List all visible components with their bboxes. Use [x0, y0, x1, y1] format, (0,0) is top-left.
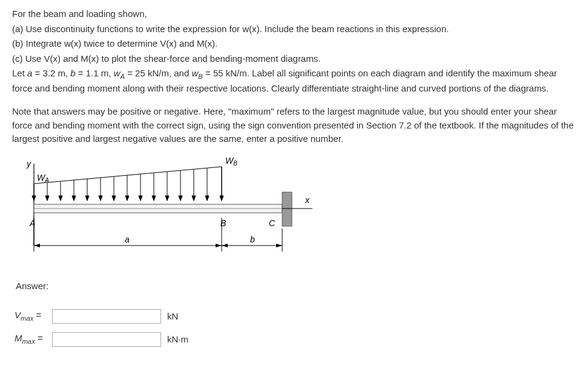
- mmax-label: Mmax =: [15, 332, 52, 347]
- point-A: A: [29, 218, 35, 228]
- vmax-label: Vmax =: [15, 309, 52, 324]
- note: Note that answers may be positive or neg…: [12, 105, 576, 146]
- svg-marker-26: [179, 196, 182, 201]
- problem-statement: For the beam and loading shown, (a) Use …: [12, 7, 576, 146]
- vmax-input[interactable]: [52, 309, 161, 324]
- svg-marker-24: [165, 196, 169, 201]
- point-B: B: [220, 218, 226, 228]
- beam-diagram: y WB WA: [16, 155, 576, 268]
- answer-heading: Answer:: [16, 279, 576, 293]
- svg-marker-39: [34, 244, 40, 247]
- part-c: (c) Use V(x) and M(x) to plot the shear-…: [12, 52, 576, 66]
- mmax-unit: kN·m: [167, 333, 188, 347]
- part-b: (b) Integrate w(x) twice to determine V(…: [12, 37, 576, 51]
- svg-marker-10: [72, 196, 76, 201]
- x-axis-label: x: [305, 195, 310, 205]
- wB-label: WB: [225, 156, 237, 167]
- part-a: (a) Use discontinuity functions to write…: [12, 22, 576, 36]
- svg-marker-20: [139, 196, 142, 201]
- svg-marker-12: [85, 196, 89, 201]
- mmax-input[interactable]: [52, 332, 161, 347]
- svg-marker-40: [216, 244, 222, 247]
- mmax-row: Mmax = kN·m: [15, 331, 576, 348]
- svg-marker-8: [59, 196, 62, 201]
- vmax-row: Vmax = kN: [15, 308, 576, 325]
- svg-marker-32: [220, 196, 223, 201]
- point-C: C: [269, 218, 276, 228]
- svg-marker-28: [192, 196, 196, 201]
- svg-marker-43: [276, 244, 282, 247]
- dim-b: b: [250, 235, 255, 244]
- fixed-support: [282, 192, 292, 226]
- intro-line: For the beam and loading shown,: [12, 7, 576, 21]
- svg-marker-4: [32, 196, 36, 201]
- y-axis-label: y: [26, 159, 31, 169]
- svg-marker-16: [112, 196, 116, 201]
- load-arrows: [32, 167, 223, 201]
- parameters: Let a = 3.2 m, b = 1.1 m, wA = 25 kN/m, …: [12, 67, 576, 95]
- svg-marker-6: [45, 196, 49, 201]
- wA-label: WA: [37, 173, 49, 184]
- svg-marker-30: [205, 196, 209, 201]
- svg-marker-18: [125, 196, 129, 201]
- svg-marker-42: [222, 244, 228, 247]
- dim-a: a: [125, 235, 130, 244]
- vmax-unit: kN: [167, 310, 178, 324]
- svg-marker-22: [152, 196, 156, 201]
- svg-marker-14: [99, 196, 102, 201]
